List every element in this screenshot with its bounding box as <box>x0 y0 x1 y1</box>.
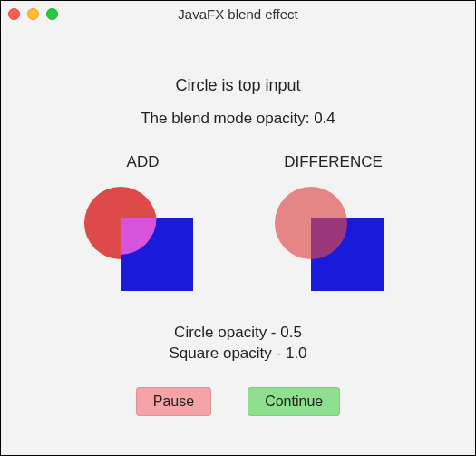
top-input-label: Circle is top input <box>175 76 300 95</box>
minimize-icon[interactable] <box>27 8 39 20</box>
fullscreen-icon[interactable] <box>46 8 58 20</box>
demo-add: ADD <box>84 153 202 300</box>
pause-button[interactable]: Pause <box>136 387 211 416</box>
button-row: Pause Continue <box>136 387 340 416</box>
close-icon[interactable] <box>8 8 20 20</box>
demo-label-add: ADD <box>127 153 160 171</box>
demo-difference: DIFFERENCE <box>275 153 393 300</box>
traffic-lights <box>8 8 58 20</box>
demo-label-difference: DIFFERENCE <box>284 153 383 171</box>
content-area: Circle is top input The blend mode opaci… <box>1 26 475 416</box>
window-title: JavaFX blend effect <box>178 6 297 22</box>
shapes-difference <box>275 182 393 300</box>
circle-opacity-label: Circle opacity - 0.5 <box>169 323 306 344</box>
blend-opacity-label: The blend mode opacity: 0.4 <box>141 110 335 128</box>
blend-demos: ADD DIFFERENCE <box>84 153 393 300</box>
circle-shape <box>275 187 347 259</box>
square-opacity-label: Square opacity - 1.0 <box>169 344 306 364</box>
shape-opacity-info: Circle opacity - 0.5 Square opacity - 1.… <box>169 323 306 364</box>
shapes-add <box>84 182 202 300</box>
titlebar: JavaFX blend effect <box>1 1 475 26</box>
continue-button[interactable]: Continue <box>248 387 340 416</box>
